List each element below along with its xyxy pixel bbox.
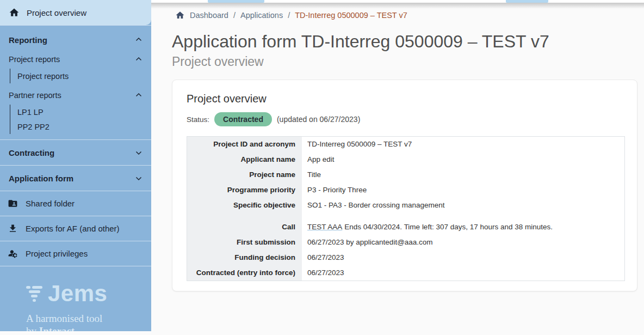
breadcrumb-current[interactable]: TD-Interreg 0500009 – TEST v7	[295, 11, 407, 20]
project-info-table: Project ID and acronymTD-Interreg 050000…	[187, 136, 625, 281]
sidebar: Project overview Reporting Project repor…	[0, 0, 151, 331]
sidebar-item-label: Project overview	[27, 8, 86, 17]
main-content: Dashboard / Applications / TD-Interreg 0…	[151, 0, 644, 335]
table-row-call: Call TEST AAAEnds 04/30/2024. Time left:…	[187, 220, 624, 235]
call-link[interactable]: TEST AAA	[307, 223, 342, 231]
section-label: Reporting	[9, 35, 47, 45]
home-icon[interactable]	[175, 10, 185, 20]
chevron-down-icon	[134, 148, 144, 157]
project-overview-card: Project overview Status: Contracted (upd…	[172, 80, 637, 291]
page-title: Application form TD-Interreg 0500009 – T…	[172, 32, 644, 52]
breadcrumb-dashboard[interactable]: Dashboard	[190, 11, 228, 20]
status-row: Status: Contracted (updated on 06/27/202…	[187, 112, 625, 126]
jems-hive-icon	[26, 286, 42, 302]
folder-shared-icon	[8, 198, 18, 209]
sidebar-item-project-reports[interactable]: Project reports	[0, 52, 151, 66]
section-label: Contracting	[9, 148, 54, 157]
table-row: Programme priorityP3 - Priority Three	[187, 182, 624, 198]
sidebar-section-contracting[interactable]: Contracting	[0, 140, 151, 165]
sidebar-section-reporting[interactable]: Reporting	[0, 32, 151, 47]
chevron-up-icon	[134, 54, 144, 64]
breadcrumb-separator: /	[288, 11, 290, 20]
table-row: Contracted (entry into force)06/27/2023	[187, 265, 624, 281]
item-label: Exports for AF (and other)	[26, 224, 120, 233]
download-icon	[8, 223, 18, 234]
sidebar-item-lp1[interactable]: LP1 LP	[17, 105, 151, 119]
status-label: Status:	[187, 115, 209, 124]
call-details: Ends 04/30/2024. Time left: 307 days, 17…	[344, 223, 553, 231]
item-label: PP2 PP2	[17, 123, 49, 131]
table-row: Applicant nameApp edit	[187, 152, 624, 167]
chevron-up-icon	[134, 90, 144, 100]
header-button-remnant[interactable]	[208, 0, 264, 3]
status-updated: (updated on 06/27/2023)	[277, 115, 360, 124]
item-label: Partner reports	[9, 91, 61, 100]
chevron-up-icon	[134, 35, 144, 45]
item-label: LP1 LP	[17, 108, 44, 117]
header-remnant	[151, 0, 644, 3]
breadcrumb-separator: /	[233, 11, 236, 20]
jems-logo: Jems A harmonised tool by Interact	[26, 281, 151, 335]
sidebar-item-project-reports-child[interactable]: Project reports	[17, 69, 151, 83]
item-label: Project privileges	[26, 249, 88, 258]
table-row: First submission06/27/2023 by applicante…	[187, 235, 624, 250]
table-row: Project ID and acronymTD-Interreg 050000…	[187, 137, 624, 152]
header-button-remnant[interactable]	[506, 0, 548, 3]
sidebar-item-shared-folder[interactable]: Shared folder	[0, 191, 151, 216]
breadcrumb: Dashboard / Applications / TD-Interreg 0…	[151, 0, 644, 20]
table-spacer-row	[187, 213, 624, 220]
table-row: Project nameTitle	[187, 167, 624, 182]
chevron-down-icon	[134, 173, 144, 183]
card-heading: Project overview	[187, 93, 625, 105]
sidebar-item-partner-reports[interactable]: Partner reports	[0, 88, 151, 102]
item-label: Project reports	[17, 72, 69, 81]
sidebar-section-application-form[interactable]: Application form	[0, 166, 151, 191]
brand-name: Jems	[48, 281, 107, 307]
home-icon	[9, 7, 20, 18]
sidebar-item-project-overview[interactable]: Project overview	[0, 0, 151, 25]
breadcrumb-applications[interactable]: Applications	[240, 11, 283, 20]
page-subtitle: Project overview	[172, 54, 644, 69]
partner-reports-children: LP1 LP PP2 PP2	[10, 105, 151, 134]
section-label: Application form	[9, 174, 73, 183]
table-row: Specific objectiveSO1 - PA3 - Border cro…	[187, 198, 624, 213]
divider	[0, 266, 151, 266]
manage-accounts-icon	[8, 248, 18, 259]
item-label: Shared folder	[26, 199, 75, 208]
sidebar-item-pp2[interactable]: PP2 PP2	[17, 119, 151, 134]
sidebar-bottom-strip	[0, 331, 151, 335]
status-badge: Contracted	[214, 112, 272, 126]
sidebar-item-project-privileges[interactable]: Project privileges	[0, 241, 151, 266]
item-label: Project reports	[9, 55, 60, 64]
project-reports-children: Project reports	[10, 69, 151, 83]
table-row: Funding decision06/27/2023	[187, 250, 624, 265]
sidebar-item-exports[interactable]: Exports for AF (and other)	[0, 216, 151, 241]
